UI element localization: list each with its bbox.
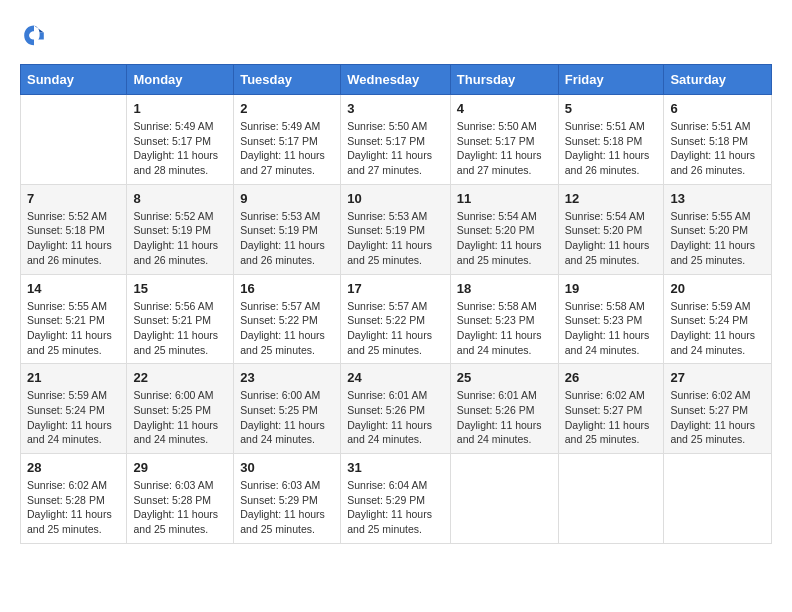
calendar-body: 1Sunrise: 5:49 AM Sunset: 5:17 PM Daylig… (21, 95, 772, 544)
day-info: Sunrise: 5:55 AM Sunset: 5:21 PM Dayligh… (27, 299, 120, 358)
day-number: 7 (27, 191, 120, 206)
day-number: 18 (457, 281, 552, 296)
calendar-cell: 18Sunrise: 5:58 AM Sunset: 5:23 PM Dayli… (450, 274, 558, 364)
calendar-cell: 4Sunrise: 5:50 AM Sunset: 5:17 PM Daylig… (450, 95, 558, 185)
calendar-header: SundayMondayTuesdayWednesdayThursdayFrid… (21, 65, 772, 95)
day-number: 12 (565, 191, 658, 206)
calendar-cell (21, 95, 127, 185)
calendar-cell: 17Sunrise: 5:57 AM Sunset: 5:22 PM Dayli… (341, 274, 451, 364)
calendar-week-row: 1Sunrise: 5:49 AM Sunset: 5:17 PM Daylig… (21, 95, 772, 185)
day-info: Sunrise: 5:52 AM Sunset: 5:19 PM Dayligh… (133, 209, 227, 268)
day-number: 28 (27, 460, 120, 475)
day-info: Sunrise: 5:50 AM Sunset: 5:17 PM Dayligh… (347, 119, 444, 178)
calendar-cell: 1Sunrise: 5:49 AM Sunset: 5:17 PM Daylig… (127, 95, 234, 185)
calendar-week-row: 7Sunrise: 5:52 AM Sunset: 5:18 PM Daylig… (21, 184, 772, 274)
day-number: 30 (240, 460, 334, 475)
day-info: Sunrise: 5:51 AM Sunset: 5:18 PM Dayligh… (565, 119, 658, 178)
day-number: 5 (565, 101, 658, 116)
calendar-table: SundayMondayTuesdayWednesdayThursdayFrid… (20, 64, 772, 544)
day-info: Sunrise: 5:59 AM Sunset: 5:24 PM Dayligh… (670, 299, 765, 358)
day-info: Sunrise: 5:50 AM Sunset: 5:17 PM Dayligh… (457, 119, 552, 178)
day-number: 20 (670, 281, 765, 296)
calendar-cell: 22Sunrise: 6:00 AM Sunset: 5:25 PM Dayli… (127, 364, 234, 454)
day-number: 14 (27, 281, 120, 296)
weekday-header: Wednesday (341, 65, 451, 95)
calendar-cell: 25Sunrise: 6:01 AM Sunset: 5:26 PM Dayli… (450, 364, 558, 454)
day-info: Sunrise: 5:53 AM Sunset: 5:19 PM Dayligh… (240, 209, 334, 268)
day-info: Sunrise: 5:59 AM Sunset: 5:24 PM Dayligh… (27, 388, 120, 447)
day-info: Sunrise: 5:53 AM Sunset: 5:19 PM Dayligh… (347, 209, 444, 268)
calendar-week-row: 14Sunrise: 5:55 AM Sunset: 5:21 PM Dayli… (21, 274, 772, 364)
day-number: 8 (133, 191, 227, 206)
day-info: Sunrise: 6:02 AM Sunset: 5:28 PM Dayligh… (27, 478, 120, 537)
day-number: 19 (565, 281, 658, 296)
day-number: 2 (240, 101, 334, 116)
day-number: 10 (347, 191, 444, 206)
calendar-cell: 6Sunrise: 5:51 AM Sunset: 5:18 PM Daylig… (664, 95, 772, 185)
calendar-cell: 30Sunrise: 6:03 AM Sunset: 5:29 PM Dayli… (234, 454, 341, 544)
calendar-cell: 15Sunrise: 5:56 AM Sunset: 5:21 PM Dayli… (127, 274, 234, 364)
day-info: Sunrise: 6:04 AM Sunset: 5:29 PM Dayligh… (347, 478, 444, 537)
day-number: 31 (347, 460, 444, 475)
weekday-header: Sunday (21, 65, 127, 95)
calendar-cell: 27Sunrise: 6:02 AM Sunset: 5:27 PM Dayli… (664, 364, 772, 454)
weekday-header: Tuesday (234, 65, 341, 95)
day-info: Sunrise: 5:58 AM Sunset: 5:23 PM Dayligh… (565, 299, 658, 358)
logo-icon (20, 20, 48, 48)
day-number: 23 (240, 370, 334, 385)
calendar-cell: 7Sunrise: 5:52 AM Sunset: 5:18 PM Daylig… (21, 184, 127, 274)
day-info: Sunrise: 6:03 AM Sunset: 5:29 PM Dayligh… (240, 478, 334, 537)
calendar-cell (450, 454, 558, 544)
day-number: 16 (240, 281, 334, 296)
day-info: Sunrise: 5:57 AM Sunset: 5:22 PM Dayligh… (240, 299, 334, 358)
calendar-cell: 13Sunrise: 5:55 AM Sunset: 5:20 PM Dayli… (664, 184, 772, 274)
calendar-cell: 29Sunrise: 6:03 AM Sunset: 5:28 PM Dayli… (127, 454, 234, 544)
day-number: 17 (347, 281, 444, 296)
day-info: Sunrise: 6:02 AM Sunset: 5:27 PM Dayligh… (670, 388, 765, 447)
calendar-week-row: 28Sunrise: 6:02 AM Sunset: 5:28 PM Dayli… (21, 454, 772, 544)
day-number: 9 (240, 191, 334, 206)
calendar-cell: 21Sunrise: 5:59 AM Sunset: 5:24 PM Dayli… (21, 364, 127, 454)
header (20, 20, 772, 48)
day-number: 25 (457, 370, 552, 385)
weekday-header: Monday (127, 65, 234, 95)
day-info: Sunrise: 6:01 AM Sunset: 5:26 PM Dayligh… (347, 388, 444, 447)
day-number: 6 (670, 101, 765, 116)
day-number: 13 (670, 191, 765, 206)
day-info: Sunrise: 5:56 AM Sunset: 5:21 PM Dayligh… (133, 299, 227, 358)
day-info: Sunrise: 5:49 AM Sunset: 5:17 PM Dayligh… (240, 119, 334, 178)
day-number: 1 (133, 101, 227, 116)
day-info: Sunrise: 5:54 AM Sunset: 5:20 PM Dayligh… (565, 209, 658, 268)
day-info: Sunrise: 5:54 AM Sunset: 5:20 PM Dayligh… (457, 209, 552, 268)
logo (20, 20, 52, 48)
day-number: 27 (670, 370, 765, 385)
calendar-cell: 16Sunrise: 5:57 AM Sunset: 5:22 PM Dayli… (234, 274, 341, 364)
calendar-cell: 9Sunrise: 5:53 AM Sunset: 5:19 PM Daylig… (234, 184, 341, 274)
day-number: 21 (27, 370, 120, 385)
day-info: Sunrise: 6:00 AM Sunset: 5:25 PM Dayligh… (133, 388, 227, 447)
day-info: Sunrise: 6:00 AM Sunset: 5:25 PM Dayligh… (240, 388, 334, 447)
day-info: Sunrise: 5:57 AM Sunset: 5:22 PM Dayligh… (347, 299, 444, 358)
weekday-header: Friday (558, 65, 664, 95)
day-info: Sunrise: 6:03 AM Sunset: 5:28 PM Dayligh… (133, 478, 227, 537)
calendar-cell: 26Sunrise: 6:02 AM Sunset: 5:27 PM Dayli… (558, 364, 664, 454)
calendar-cell: 5Sunrise: 5:51 AM Sunset: 5:18 PM Daylig… (558, 95, 664, 185)
calendar-cell: 31Sunrise: 6:04 AM Sunset: 5:29 PM Dayli… (341, 454, 451, 544)
calendar-cell: 10Sunrise: 5:53 AM Sunset: 5:19 PM Dayli… (341, 184, 451, 274)
calendar-cell: 11Sunrise: 5:54 AM Sunset: 5:20 PM Dayli… (450, 184, 558, 274)
calendar-cell: 8Sunrise: 5:52 AM Sunset: 5:19 PM Daylig… (127, 184, 234, 274)
day-info: Sunrise: 5:55 AM Sunset: 5:20 PM Dayligh… (670, 209, 765, 268)
calendar-cell: 2Sunrise: 5:49 AM Sunset: 5:17 PM Daylig… (234, 95, 341, 185)
day-number: 24 (347, 370, 444, 385)
day-info: Sunrise: 5:58 AM Sunset: 5:23 PM Dayligh… (457, 299, 552, 358)
day-info: Sunrise: 5:49 AM Sunset: 5:17 PM Dayligh… (133, 119, 227, 178)
calendar-cell: 28Sunrise: 6:02 AM Sunset: 5:28 PM Dayli… (21, 454, 127, 544)
calendar-cell: 3Sunrise: 5:50 AM Sunset: 5:17 PM Daylig… (341, 95, 451, 185)
day-number: 11 (457, 191, 552, 206)
calendar-cell: 19Sunrise: 5:58 AM Sunset: 5:23 PM Dayli… (558, 274, 664, 364)
day-info: Sunrise: 6:01 AM Sunset: 5:26 PM Dayligh… (457, 388, 552, 447)
day-number: 26 (565, 370, 658, 385)
calendar-cell: 20Sunrise: 5:59 AM Sunset: 5:24 PM Dayli… (664, 274, 772, 364)
day-number: 4 (457, 101, 552, 116)
day-info: Sunrise: 5:52 AM Sunset: 5:18 PM Dayligh… (27, 209, 120, 268)
